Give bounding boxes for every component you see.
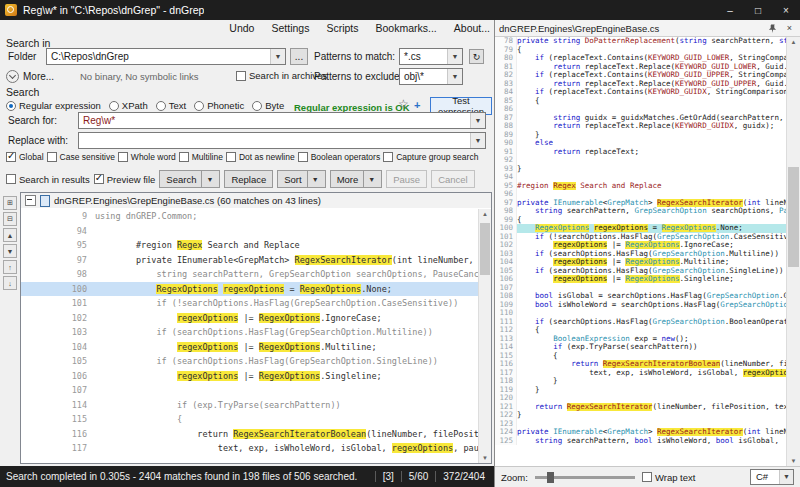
scroll-up-icon[interactable]: ▲ <box>479 209 491 219</box>
zoom-slider[interactable] <box>535 476 635 479</box>
mode-byte[interactable]: Byte <box>252 100 284 111</box>
code-line[interactable]: 105 if (searchOptions.HasFlag(GrepSearch… <box>495 267 787 276</box>
mode-xpath[interactable]: XPath <box>109 100 148 111</box>
chevron-down-icon[interactable]: ▼ <box>447 49 462 64</box>
code-line[interactable]: 83 return replaceText.Replace(KEYWORD_GU… <box>495 80 787 89</box>
code-line[interactable]: 99{ <box>495 216 787 225</box>
code-line[interactable]: 113 BooleanExpression exp = new(); <box>495 335 787 344</box>
previous-file-button[interactable]: ▲ <box>3 228 17 242</box>
code-line[interactable]: 92 <box>495 156 787 165</box>
code-line[interactable]: 93} <box>495 165 787 174</box>
next-match-button[interactable]: ↓ <box>3 276 17 290</box>
preview-code[interactable]: 78private string DoPatternReplacement(st… <box>495 37 787 466</box>
code-line[interactable]: 96 <box>495 190 787 199</box>
code-line[interactable]: 119 } <box>495 386 787 395</box>
code-line[interactable]: 108 bool isGlobal = searchOptions.HasFla… <box>495 292 787 301</box>
search-button[interactable]: Search▼ <box>159 170 220 188</box>
chevron-down-icon[interactable]: ▼ <box>470 133 485 148</box>
code-line[interactable]: 123 <box>495 420 787 429</box>
code-line[interactable]: 115 { <box>495 352 787 361</box>
menu-item-settings[interactable]: Settings <box>271 22 309 34</box>
code-line[interactable]: 118 } <box>495 377 787 386</box>
result-line[interactable]: 94 <box>21 224 479 239</box>
code-line[interactable]: 106 regexOptions |= RegexOptions.Singlel… <box>495 275 787 284</box>
preview-scrollbar[interactable]: ▲ ▼ <box>786 37 800 466</box>
result-line[interactable]: 103 if (searchOptions.HasFlag(GrepSearch… <box>21 325 479 340</box>
more-expander[interactable]: More... <box>6 70 54 83</box>
option-case-sensitive-checkbox[interactable]: Case sensitive <box>47 152 115 162</box>
zoom-slider-thumb[interactable] <box>547 472 554 483</box>
option-whole-word-checkbox[interactable]: Whole word <box>118 152 176 162</box>
result-file-node[interactable]: dnGREP.Engines\GrepEngineBase.cs (60 mat… <box>21 193 491 208</box>
option-global-checkbox[interactable]: Global <box>6 152 44 162</box>
wrap-text-checkbox[interactable]: Wrap text <box>642 472 695 483</box>
collapse-icon[interactable] <box>25 195 36 206</box>
result-line[interactable]: 97 private IEnumerable<GrepMatch> RegexS… <box>21 253 479 268</box>
menu-item-about[interactable]: About... <box>454 22 490 34</box>
result-line[interactable]: 95 #region Regex Search and Replace <box>21 238 479 253</box>
preview-file-checkbox[interactable]: Preview file <box>94 174 156 185</box>
menu-item-bookmarks[interactable]: Bookmarks... <box>376 22 437 34</box>
code-line[interactable]: 89 } <box>495 131 787 140</box>
scroll-down-icon[interactable]: ▼ <box>479 453 491 463</box>
maximize-button[interactable]: □ <box>744 0 772 20</box>
chevron-down-icon[interactable]: ▼ <box>447 69 462 84</box>
code-line[interactable]: 122} <box>495 411 787 420</box>
collapse-all-button[interactable]: ⊟ <box>3 212 17 226</box>
menu-item-undo[interactable]: Undo <box>229 22 254 34</box>
code-line[interactable]: 100 RegexOptions regexOptions = RegexOpt… <box>495 224 787 233</box>
menu-item-scripts[interactable]: Scripts <box>326 22 358 34</box>
code-line[interactable]: 80 if (replaceText.Contains(KEYWORD_GUID… <box>495 54 787 63</box>
close-icon[interactable]: × <box>783 22 796 35</box>
bookmark-star-icon[interactable]: ☆ <box>398 97 409 111</box>
previous-match-button[interactable]: ↑ <box>3 260 17 274</box>
code-line[interactable]: 125 string searchPattern, bool isWholeWo… <box>495 437 787 446</box>
code-line[interactable]: 85 { <box>495 97 787 106</box>
code-line[interactable]: 87 string guidx = guidxMatches.GetOrAdd(… <box>495 114 787 123</box>
close-button[interactable]: × <box>772 0 800 20</box>
code-line[interactable]: 88 return replaceText.Replace(KEYWORD_GU… <box>495 122 787 131</box>
browse-button[interactable]: ... <box>290 48 308 65</box>
result-line[interactable]: 117 text, exp, isWholeWord, isGlobal, re… <box>21 441 479 456</box>
code-line[interactable]: 81 return replaceText.Replace(KEYWORD_GU… <box>495 63 787 72</box>
result-line[interactable]: 106 regexOptions |= RegexOptions.Singlel… <box>21 369 479 384</box>
chevron-down-icon[interactable]: ▼ <box>470 113 485 128</box>
result-line[interactable]: 102 regexOptions |= RegexOptions.IgnoreC… <box>21 311 479 326</box>
more-button[interactable]: More▼ <box>330 170 383 188</box>
code-line[interactable]: 82 if (replaceText.Contains(KEYWORD_GUID… <box>495 71 787 80</box>
folder-combo[interactable]: C:\Repos\dnGrep ▼ <box>46 48 286 65</box>
code-line[interactable]: 116 return RegexSearchIteratorBoolean(li… <box>495 360 787 369</box>
result-line[interactable]: 98 string searchPattern, GrepSearchOptio… <box>21 267 479 282</box>
scroll-up-icon[interactable]: ▲ <box>787 37 800 47</box>
code-line[interactable]: 109 bool isWholeWord = searchOptions.Has… <box>495 301 787 310</box>
mode-phonetic[interactable]: Phonetic <box>194 100 244 111</box>
code-line[interactable]: 97private IEnumerable<GrepMatch> RegexSe… <box>495 199 787 208</box>
option-boolean-operators-checkbox[interactable]: Boolean operators <box>298 152 380 162</box>
code-line[interactable]: 103 if (searchOptions.HasFlag(GrepSearch… <box>495 250 787 259</box>
result-line[interactable]: 107 <box>21 383 479 398</box>
result-line[interactable]: 116 return RegexSearchIteratorBoolean(li… <box>21 427 479 442</box>
minimize-button[interactable]: – <box>716 0 744 20</box>
option-capture-group-search-checkbox[interactable]: Capture group search <box>383 152 478 162</box>
add-bookmark-icon[interactable]: + <box>414 99 420 111</box>
pin-icon[interactable] <box>766 22 779 35</box>
result-line[interactable]: 101 if (!searchOptions.HasFlag(GrepSearc… <box>21 296 479 311</box>
patterns-to-match-combo[interactable]: *.cs ▼ <box>399 48 463 65</box>
expand-all-button[interactable]: ⊞ <box>3 196 17 210</box>
code-line[interactable]: 110 <box>495 309 787 318</box>
code-line[interactable]: 91 return replaceText; <box>495 148 787 157</box>
mode-regular-expression[interactable]: Regular expression <box>6 100 101 111</box>
sort-button[interactable]: Sort▼ <box>277 170 325 188</box>
scrollbar-thumb[interactable] <box>480 223 490 275</box>
code-line[interactable]: 124private IEnumerable<GrepMatch> RegexS… <box>495 428 787 437</box>
code-line[interactable]: 112 { <box>495 326 787 335</box>
result-line[interactable]: 115 { <box>21 412 479 427</box>
code-line[interactable]: 104 regexOptions |= RegexOptions.Multili… <box>495 258 787 267</box>
result-line[interactable]: 104 regexOptions |= RegexOptions.Multili… <box>21 340 479 355</box>
result-line[interactable]: 9using dnGREP.Common; <box>21 209 479 224</box>
syntax-select[interactable]: C# ▼ <box>750 469 794 485</box>
code-line[interactable]: 94 <box>495 173 787 182</box>
refresh-icon[interactable]: ↻ <box>469 49 484 64</box>
chevron-down-icon[interactable]: ▼ <box>270 49 285 64</box>
title-bar[interactable]: Reg\w* in "C:\Repos\dnGrep" - dnGrep –□× <box>0 0 800 20</box>
